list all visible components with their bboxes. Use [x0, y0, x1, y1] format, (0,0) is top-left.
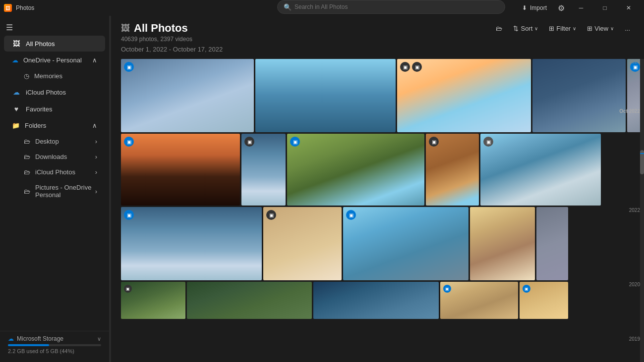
photo-count: 40639 photos, 2397 videos: [121, 36, 634, 43]
sort-icon: ⇅: [513, 25, 519, 32]
badge-camera: ▣: [400, 62, 410, 72]
photo-item[interactable]: ▣: [480, 134, 601, 206]
badge-cam1: ▣: [244, 137, 254, 147]
sidebar-item-pictures[interactable]: 🗁 Pictures - OneDrive Personal ›: [4, 180, 105, 202]
photos-icon: 🖼: [12, 40, 21, 48]
icloud-icon: ☁: [12, 88, 21, 96]
hamburger-button[interactable]: ☰: [0, 20, 109, 35]
scrollbar-track[interactable]: [640, 59, 644, 362]
sidebar-storage: ☁ Microsoft Storage ∨ 2.2 GB used of 5 G…: [0, 331, 109, 358]
sidebar-item-icloud-folder[interactable]: 🗁 iCloud Photos ›: [4, 165, 105, 179]
badge-od1: ▣: [124, 137, 134, 147]
settings-button[interactable]: ⚙: [554, 0, 569, 16]
memories-icon: ◷: [24, 72, 29, 80]
filter-icon: ⊞: [549, 25, 554, 32]
scrollbar-indicator: [640, 153, 644, 154]
view-chevron: ∨: [610, 26, 614, 31]
page-title-icon: 🖼: [121, 23, 130, 34]
photo-item[interactable]: ▣: [440, 282, 518, 319]
photo-item[interactable]: ▣: [343, 207, 468, 280]
photo-item[interactable]: ▣ ▣: [397, 59, 531, 132]
folder-pictures-icon: 🗁: [24, 188, 30, 195]
minimize-button[interactable]: ─: [570, 0, 592, 16]
window-controls: 🔍 ⬇ Import ⚙ ─ □ ✕: [277, 0, 640, 16]
photo-item[interactable]: ▣: [520, 282, 568, 319]
onedrive-icon: ☁: [12, 56, 18, 64]
badge-multi: ▣: [483, 137, 493, 147]
sort-button[interactable]: ⇅ Sort ∨: [509, 23, 542, 34]
photo-item[interactable]: ▣: [121, 207, 262, 280]
badge-onedrive: ▣: [124, 62, 134, 72]
sidebar-item-icloud[interactable]: ☁ iCloud Photos: [4, 84, 105, 100]
storage-fill: [8, 344, 49, 346]
photo-row-4: ▣ ▣ ▣: [121, 282, 634, 319]
photo-item[interactable]: ▣: [241, 134, 286, 206]
cloud-storage-icon: ☁: [8, 335, 14, 342]
date-range: October 1, 2022 - October 17, 2022: [121, 43, 634, 55]
photo-item[interactable]: [470, 207, 535, 280]
folder-icon: 📁: [12, 122, 20, 129]
view-icon: ⊞: [587, 25, 592, 32]
page-title: 🖼 All Photos: [121, 22, 188, 35]
filter-button[interactable]: ⊞ Filter ∨: [545, 23, 580, 34]
photo-item[interactable]: ▣: [121, 282, 185, 319]
photo-item[interactable]: ▣: [263, 207, 342, 280]
badge-cam3: ▣: [266, 210, 276, 220]
badge-cam2: ▣: [429, 137, 439, 147]
photo-item[interactable]: [187, 282, 312, 319]
photo-item[interactable]: [536, 207, 568, 280]
sidebar-item-favorites[interactable]: ♥ Favorites: [4, 101, 105, 117]
close-button[interactable]: ✕: [617, 0, 640, 16]
sidebar-item-downloads[interactable]: 🗁 Downloads ›: [4, 150, 105, 164]
titlebar-left: 🖼 Photos: [4, 4, 34, 12]
sidebar-item-all-photos[interactable]: 🖼 All Photos: [4, 36, 105, 52]
sidebar-folders-section[interactable]: 📁 Folders ∧: [4, 118, 105, 133]
maximize-button[interactable]: □: [593, 0, 616, 16]
titlebar: 🖼 Photos 🔍 ⬇ Import ⚙ ─ □ ✕: [0, 0, 644, 16]
chevron-right-icon-2: ›: [95, 153, 97, 160]
search-input[interactable]: [294, 3, 499, 10]
year-label-2023: 2023: [629, 59, 640, 64]
sidebar-item-memories[interactable]: ◷ Memories: [4, 69, 105, 83]
badge-cam4: ▣: [124, 285, 132, 293]
chevron-down-storage[interactable]: ∨: [97, 336, 101, 342]
heart-icon: ♥: [12, 105, 21, 113]
photo-item[interactable]: ▣: [121, 59, 254, 132]
folder-downloads-icon: 🗁: [24, 153, 30, 160]
toolbar: 🗁 ⇅ Sort ∨ ⊞ Filter ∨ ⊞ View ∨: [492, 23, 634, 34]
photo-item[interactable]: ▣: [426, 134, 479, 206]
photo-item[interactable]: ▣: [287, 134, 424, 206]
badge-od2: ▣: [290, 137, 300, 147]
photo-item[interactable]: [313, 282, 439, 319]
photo-grid: ▣ ▣ ▣ ▣ 2023 Oct 2022 ▣: [111, 59, 644, 362]
badge-od3: ▣: [124, 210, 134, 220]
new-folder-button[interactable]: 🗁: [492, 23, 506, 34]
content-area: 🖼 All Photos 🗁 ⇅ Sort ∨ ⊞ Filter ∨: [111, 16, 644, 362]
sidebar-item-desktop[interactable]: 🗁 Desktop ›: [4, 134, 105, 149]
storage-bar: [8, 344, 101, 346]
badge-od4: ▣: [346, 210, 356, 220]
chevron-right-icon: ›: [95, 138, 97, 145]
photo-item[interactable]: [255, 59, 396, 132]
search-box[interactable]: 🔍: [277, 0, 505, 14]
content-header: 🖼 All Photos 🗁 ⇅ Sort ∨ ⊞ Filter ∨: [111, 16, 644, 59]
sidebar: ☰ 🖼 All Photos ☁ OneDrive - Personal ∧ ◷…: [0, 16, 109, 362]
photo-item[interactable]: [532, 59, 626, 132]
main-layout: ☰ 🖼 All Photos ☁ OneDrive - Personal ∧ ◷…: [0, 16, 644, 362]
chevron-right-icon-4: ›: [95, 188, 97, 195]
photo-row-3: ▣ ▣ ▣: [121, 207, 634, 280]
view-button[interactable]: ⊞ View ∨: [583, 23, 618, 34]
folder-desktop-icon: 🗁: [24, 138, 30, 145]
badge-od6: ▣: [523, 285, 530, 293]
year-label-2022: 2022: [629, 207, 640, 213]
photo-row-1: ▣ ▣ ▣ ▣: [121, 59, 634, 132]
more-button[interactable]: ...: [621, 23, 634, 34]
year-label-2019: 2019: [629, 336, 640, 342]
photo-item[interactable]: ▣: [121, 134, 240, 206]
chevron-down-icon: ∧: [92, 122, 97, 129]
photo-row-2: ▣ ▣ ▣ ▣ ▣: [121, 134, 634, 206]
badge-od5: ▣: [443, 285, 451, 293]
sidebar-onedrive-section[interactable]: ☁ OneDrive - Personal ∧: [4, 52, 105, 68]
import-button[interactable]: ⬇ Import: [516, 0, 553, 16]
chevron-right-icon-3: ›: [95, 168, 97, 176]
